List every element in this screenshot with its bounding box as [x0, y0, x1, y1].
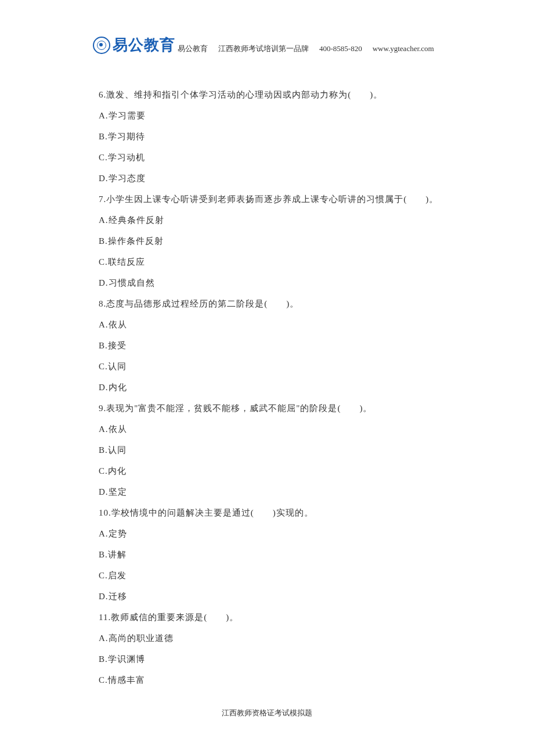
- question-option: C.学习动机: [99, 147, 488, 168]
- question-stem: 7.小学生因上课专心听讲受到老师表扬而逐步养成上课专心听讲的习惯属于( )。: [99, 189, 488, 210]
- question-option: D.学习态度: [99, 168, 488, 189]
- question-stem: 9.表现为"富贵不能淫，贫贱不能移，威武不能屈"的阶段是( )。: [99, 398, 488, 419]
- header-info: 易公教育江西教师考试培训第一品牌400-8585-820www.ygteache…: [178, 44, 445, 55]
- question-option: B.操作条件反射: [99, 231, 488, 251]
- question-option: A.依从: [99, 314, 488, 335]
- question-option: A.定势: [99, 523, 488, 544]
- header-phone: 400-8585-820: [319, 44, 362, 53]
- question-option: C.联结反应: [99, 251, 488, 272]
- question-stem: 11.教师威信的重要来源是( )。: [99, 607, 488, 628]
- question-option: B.讲解: [99, 544, 488, 565]
- question-option: C.启发: [99, 565, 488, 586]
- logo-icon: [93, 37, 110, 54]
- question-option: D.内化: [99, 377, 488, 398]
- page-footer: 江西教师资格证考试模拟题: [0, 708, 534, 718]
- question-option: B.学识渊博: [99, 649, 488, 669]
- question-option: B.学习期待: [99, 126, 488, 147]
- question-stem: 6.激发、维持和指引个体学习活动的心理动因或内部动力称为( )。: [99, 84, 488, 105]
- question-stem: 8.态度与品德形成过程经历的第二阶段是( )。: [99, 293, 488, 314]
- question-option: D.习惯成自然: [99, 272, 488, 293]
- logo: 易公教育: [93, 35, 175, 55]
- header-slogan: 江西教师考试培训第一品牌: [218, 44, 309, 53]
- question-option: C.认同: [99, 356, 488, 377]
- question-option: C.情感丰富: [99, 669, 488, 690]
- header-website: www.ygteacher.com: [373, 44, 434, 53]
- question-option: B.接受: [99, 335, 488, 356]
- content-body: 6.激发、维持和指引个体学习活动的心理动因或内部动力称为( )。 A.学习需要 …: [0, 84, 534, 690]
- question-option: D.迁移: [99, 586, 488, 607]
- question-stem: 10.学校情境中的问题解决主要是通过( )实现的。: [99, 502, 488, 523]
- question-option: B.认同: [99, 440, 488, 460]
- question-option: A.依从: [99, 419, 488, 440]
- page-header: 易公教育 易公教育江西教师考试培训第一品牌400-8585-820www.ygt…: [0, 35, 534, 55]
- question-option: C.内化: [99, 460, 488, 481]
- logo-text: 易公教育: [113, 35, 175, 55]
- question-option: D.坚定: [99, 481, 488, 502]
- header-company: 易公教育: [178, 44, 208, 53]
- question-option: A.高尚的职业道德: [99, 628, 488, 649]
- question-option: A.学习需要: [99, 105, 488, 126]
- question-option: A.经典条件反射: [99, 210, 488, 231]
- document-page: 易公教育 易公教育江西教师考试培训第一品牌400-8585-820www.ygt…: [0, 0, 534, 741]
